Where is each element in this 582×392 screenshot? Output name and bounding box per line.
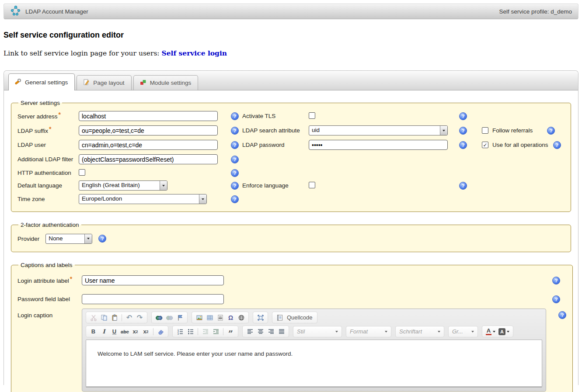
help-icon[interactable]: ? — [231, 127, 239, 135]
cut-button[interactable] — [88, 312, 98, 323]
iframe-globe-button[interactable] — [236, 312, 246, 323]
server-settings-legend: Server settings — [18, 100, 62, 106]
app-header: LDAP Account Manager Self service profil… — [3, 3, 579, 19]
password-field-label: Password field label — [17, 296, 82, 302]
align-right-button[interactable] — [266, 326, 276, 336]
insert-table-button[interactable] — [205, 312, 215, 323]
help-icon[interactable]: ? — [231, 141, 239, 149]
tab-container: General settings Page layout Module sett… — [3, 70, 579, 385]
tab-page-layout[interactable]: Page layout — [77, 75, 131, 90]
form-row: Time zone Europe/London ? — [17, 192, 565, 206]
form-row: Default language English (Great Britain)… — [17, 179, 565, 192]
time-zone-select[interactable]: Europe/London — [79, 194, 207, 204]
help-icon[interactable]: ? — [459, 182, 467, 190]
tab-general-settings[interactable]: General settings — [8, 73, 75, 90]
profile-label: Self service profile: d_demo — [499, 8, 572, 15]
link-button[interactable] — [154, 312, 164, 323]
help-icon[interactable]: ? — [547, 127, 555, 135]
http-authentication-checkbox[interactable] — [79, 169, 85, 176]
default-language-select[interactable]: English (Great Britain) — [79, 180, 167, 191]
underline-button[interactable]: U — [109, 326, 119, 336]
help-icon[interactable]: ? — [459, 141, 467, 149]
numbered-list-button[interactable]: 123 — [175, 326, 185, 336]
lam-logo-icon — [10, 5, 21, 18]
horizontal-rule-button[interactable] — [215, 312, 225, 323]
remove-format-button[interactable] — [156, 326, 166, 336]
ldap-search-attribute-select[interactable]: uid — [309, 125, 448, 135]
justify-button[interactable] — [276, 326, 286, 336]
server-address-label: Server address — [17, 113, 58, 120]
format-select[interactable]: Format — [346, 326, 391, 337]
form-row: Password field label ? — [17, 290, 566, 309]
help-icon[interactable]: ? — [231, 182, 239, 190]
ldap-suffix-label: LDAP suffix — [17, 128, 48, 134]
self-service-login-link[interactable]: Self service login — [162, 49, 227, 57]
special-character-button[interactable]: Ω — [226, 312, 236, 323]
help-icon[interactable]: ? — [553, 141, 561, 149]
two-factor-legend: 2-factor authentication — [18, 222, 81, 228]
login-attribute-label-input[interactable] — [82, 275, 224, 285]
italic-button[interactable]: I — [99, 326, 109, 336]
align-center-button[interactable] — [255, 326, 265, 336]
unlink-button[interactable] — [164, 312, 174, 323]
help-icon[interactable]: ? — [231, 169, 239, 177]
font-select[interactable]: Schriftart — [395, 326, 444, 337]
align-left-button[interactable] — [245, 326, 255, 336]
subscript-button[interactable]: x2 — [130, 326, 140, 336]
editor-content-area[interactable]: Welcome to LAM self service. Please ente… — [86, 340, 542, 388]
indent-button[interactable] — [211, 326, 221, 336]
help-icon[interactable]: ? — [459, 127, 467, 135]
maximize-button[interactable] — [255, 312, 265, 323]
tab-bar: General settings Page layout Module sett… — [4, 71, 578, 90]
provider-select[interactable]: None — [45, 234, 92, 244]
insert-image-button[interactable] — [194, 312, 204, 323]
anchor-flag-button[interactable] — [175, 312, 185, 323]
text-color-button[interactable]: A — [484, 328, 497, 335]
enforce-language-checkbox[interactable] — [309, 182, 315, 188]
captions-fieldset: Captions and labels Login attribute labe… — [11, 262, 573, 392]
additional-ldap-filter-input[interactable] — [79, 154, 218, 164]
help-icon[interactable]: ? — [459, 112, 467, 120]
style-select[interactable]: Stil — [293, 326, 342, 337]
help-icon[interactable]: ? — [552, 277, 560, 284]
help-icon[interactable]: ? — [558, 311, 566, 319]
activate-tls-checkbox[interactable] — [309, 112, 315, 119]
background-color-button[interactable]: A — [497, 328, 511, 335]
chevron-down-icon — [160, 181, 167, 190]
ldap-user-input[interactable] — [79, 140, 218, 150]
source-button[interactable]: Quellcode — [272, 312, 317, 323]
font-size-select[interactable]: Gr... — [448, 326, 478, 337]
follow-referrals-checkbox[interactable] — [482, 127, 488, 134]
server-address-input[interactable] — [79, 111, 218, 121]
ldap-password-input[interactable] — [309, 140, 448, 150]
superscript-button[interactable]: x2 — [141, 326, 151, 336]
tab-module-settings[interactable]: Module settings — [133, 75, 199, 90]
undo-button[interactable]: ↶ — [124, 312, 134, 323]
use-for-all-operations-checkbox[interactable]: ✓ — [482, 142, 488, 148]
enforce-language-label: Enforce language — [242, 182, 309, 189]
tab-label: General settings — [25, 79, 68, 86]
help-icon[interactable]: ? — [552, 295, 560, 303]
help-icon[interactable]: ? — [231, 156, 239, 163]
ldap-suffix-input[interactable] — [79, 125, 218, 135]
bold-button[interactable]: B — [88, 326, 98, 336]
form-row: Provider None ? — [17, 231, 565, 246]
paste-button[interactable] — [109, 312, 119, 323]
login-caption-label: Login caption — [17, 312, 82, 319]
blockquote-button[interactable]: ” — [226, 326, 236, 336]
password-field-label-input[interactable] — [82, 294, 224, 304]
copy-button[interactable] — [99, 312, 109, 323]
two-factor-fieldset: 2-factor authentication Provider None ? — [11, 222, 571, 252]
strikethrough-button[interactable]: abe — [120, 326, 130, 336]
bulleted-list-button[interactable] — [185, 326, 195, 336]
help-icon[interactable]: ? — [231, 195, 239, 203]
outdent-button[interactable] — [200, 326, 210, 336]
help-icon[interactable]: ? — [98, 235, 106, 243]
additional-ldap-filter-label: Additional LDAP filter — [17, 156, 79, 163]
login-link-intro: Link to self service login page for your… — [3, 49, 160, 57]
rich-text-editor: ↶ ↷ Ω — [82, 309, 546, 392]
help-icon[interactable]: ? — [231, 112, 239, 120]
modules-icon — [139, 79, 146, 87]
redo-button[interactable]: ↷ — [135, 312, 145, 323]
http-authentication-label: HTTP authentication — [17, 170, 79, 176]
